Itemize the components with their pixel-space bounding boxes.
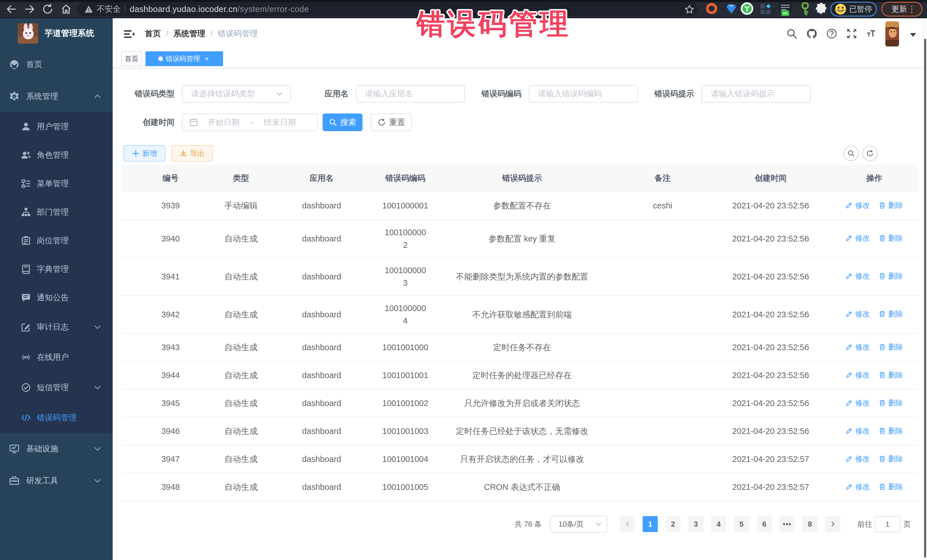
prev-page-button[interactable] <box>620 516 635 532</box>
tag-home[interactable]: 首页 <box>121 51 142 66</box>
breadcrumb-system[interactable]: 系统管理 <box>173 28 205 39</box>
sidebar-item-audit-log[interactable]: 审计日志 <box>0 312 112 342</box>
delete-button[interactable]: 删除 <box>878 397 903 409</box>
edit-button[interactable]: 修改 <box>845 308 870 320</box>
delete-button[interactable]: 删除 <box>878 199 903 212</box>
fullscreen-icon[interactable] <box>846 28 857 39</box>
sidebar-toggle-icon[interactable] <box>123 29 135 40</box>
delete-button[interactable]: 删除 <box>878 425 903 437</box>
delete-button[interactable]: 删除 <box>878 452 903 465</box>
create-time-range-picker[interactable]: 开始日期 - 结束日期 <box>182 114 318 131</box>
page-button-3[interactable]: 3 <box>688 516 704 532</box>
edit-button-label: 修改 <box>855 452 870 465</box>
breadcrumb-home[interactable]: 首页 <box>145 28 161 39</box>
bookmark-star-icon[interactable] <box>685 5 694 14</box>
font-size-icon[interactable] <box>865 28 876 39</box>
row-id: 3946 <box>122 425 219 437</box>
sidebar-item-menus[interactable]: 菜单管理 <box>0 169 112 198</box>
edit-button[interactable]: 修改 <box>845 270 870 282</box>
tag-error-code[interactable]: 错误码管理 × <box>146 51 223 66</box>
reset-button[interactable]: 重置 <box>371 114 412 131</box>
page-button-4[interactable]: 4 <box>711 516 726 532</box>
page-button-2[interactable]: 2 <box>666 516 681 532</box>
sidebar-item-infra[interactable]: 基础设施 <box>0 433 112 465</box>
page-button-6[interactable]: 6 <box>757 516 772 532</box>
browser-update-button[interactable]: 更新 <box>881 2 922 17</box>
address-bar[interactable]: 不安全 dashboard.yudao.iocoder.cn/system/er… <box>77 2 698 16</box>
sidebar-item-home[interactable]: 首页 <box>0 49 112 80</box>
page-button-5[interactable]: 5 <box>734 516 749 532</box>
delete-button[interactable]: 删除 <box>878 341 903 353</box>
sidebar-item-sms[interactable]: 短信管理 <box>0 372 112 403</box>
tag-close-icon[interactable]: × <box>204 55 210 62</box>
github-icon[interactable] <box>806 28 818 39</box>
error-type-select[interactable]: 请选择错误码类型 <box>182 85 291 103</box>
refresh-table-button[interactable] <box>862 146 878 161</box>
extension-icon-key[interactable] <box>800 2 810 17</box>
edit-button[interactable]: 修改 <box>845 425 870 437</box>
delete-button[interactable]: 删除 <box>878 480 903 493</box>
delete-button[interactable]: 删除 <box>878 232 903 244</box>
sidebar-item-dev-tools[interactable]: 研发工具 <box>0 465 112 497</box>
page-button-1[interactable]: 1 <box>643 516 658 532</box>
browser-back-button[interactable] <box>5 3 17 15</box>
delete-icon <box>878 399 886 407</box>
search-button[interactable]: 搜索 <box>322 114 363 131</box>
page-more-button[interactable]: ••• <box>780 516 795 532</box>
error-msg-input[interactable]: 请输入错误码提示 <box>702 85 811 103</box>
browser-reload-button[interactable] <box>42 3 54 15</box>
app-name-input[interactable]: 请输入应用名 <box>356 85 465 103</box>
sidebar-item-departments[interactable]: 部门管理 <box>0 198 112 226</box>
next-page-button[interactable] <box>825 516 840 532</box>
page-unit-label: 页 <box>903 516 911 532</box>
logo-bar[interactable]: 芋道管理系统 <box>0 18 112 49</box>
sidebar-item-online-users[interactable]: 在线用户 <box>0 342 112 372</box>
delete-button[interactable]: 删除 <box>878 270 903 282</box>
row-code: 1001000001 <box>380 199 430 212</box>
page-size-select[interactable]: 10条/页 <box>550 516 607 533</box>
edit-button[interactable]: 修改 <box>845 480 870 493</box>
toggle-search-button[interactable] <box>843 146 859 161</box>
sidebar-item-system[interactable]: 系统管理 <box>0 80 112 112</box>
browser-forward-button[interactable] <box>24 3 36 15</box>
edit-button[interactable]: 修改 <box>845 369 870 381</box>
user-avatar[interactable] <box>885 21 899 47</box>
extension-icon-puzzle[interactable] <box>815 3 827 16</box>
online-signal-icon <box>21 352 31 362</box>
app-logo <box>18 23 38 44</box>
edit-button[interactable]: 修改 <box>845 199 870 212</box>
extension-icon-green-y[interactable] <box>741 2 753 16</box>
download-icon <box>180 150 187 157</box>
caret-down-icon[interactable] <box>909 32 917 38</box>
edit-button[interactable]: 修改 <box>845 397 870 409</box>
sidebar-item-notice[interactable]: 通知公告 <box>0 284 112 312</box>
edit-button[interactable]: 修改 <box>845 452 870 465</box>
chevron-down-icon <box>94 477 101 484</box>
extension-icon-blue-gem[interactable] <box>726 4 737 15</box>
help-icon[interactable] <box>826 28 837 39</box>
delete-button[interactable]: 删除 <box>878 308 903 320</box>
error-code-input[interactable]: 请输入错误码编码 <box>529 85 638 103</box>
extension-icon-orange-ring[interactable] <box>706 3 717 15</box>
scrollbar-track[interactable] <box>923 18 927 560</box>
edit-button[interactable]: 修改 <box>845 341 870 353</box>
sidebar-item-roles[interactable]: 角色管理 <box>0 141 112 169</box>
delete-icon <box>878 234 886 242</box>
edit-button[interactable]: 修改 <box>845 232 870 244</box>
page-button-8[interactable]: 8 <box>802 516 818 532</box>
extension-icon-tampermonkey[interactable]: on <box>778 3 792 17</box>
header-search-icon[interactable] <box>786 28 798 39</box>
sidebar-item-posts[interactable]: 岗位管理 <box>0 226 112 255</box>
sidebar-item-dict[interactable]: 字典管理 <box>0 255 112 284</box>
goto-page-input[interactable] <box>874 516 900 532</box>
delete-button[interactable]: 删除 <box>878 369 903 381</box>
sidebar-item-error-code[interactable]: 错误码管理 <box>0 403 112 433</box>
export-button[interactable]: 导出 <box>171 145 213 162</box>
sidebar-item-users[interactable]: 用户管理 <box>0 112 112 141</box>
scrollbar-thumb[interactable] <box>924 39 926 558</box>
add-button[interactable]: 新增 <box>123 145 166 162</box>
profile-paused-pill[interactable]: 已暂停 <box>830 2 877 17</box>
extension-icon-squares[interactable] <box>760 3 771 16</box>
browser-home-button[interactable] <box>60 3 72 15</box>
row-msg: 定时任务不存在 <box>430 341 614 354</box>
